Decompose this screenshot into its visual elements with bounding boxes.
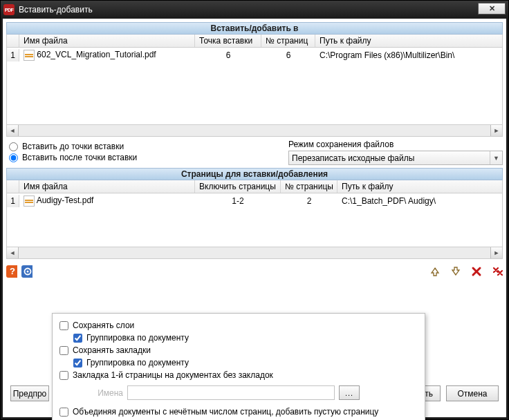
chk-first-page-bookmark[interactable]: Закладка 1-й страницы на документах без … (59, 369, 418, 381)
cell-path: C:\Program Files (x86)\Multilizer\Bin\ (315, 50, 502, 61)
names-browse-button[interactable]: ... (339, 385, 360, 400)
chevron-down-icon: ▼ (490, 151, 502, 164)
radio-insert-after[interactable]: Вставить после точки вставки (9, 152, 281, 163)
insert-position-group: Вставить до точки вставки Вставить после… (6, 140, 283, 165)
col-path[interactable]: Путь к файлу (315, 35, 502, 47)
cell-path: C:\1_Batch_PDF\ Audigy\ (337, 195, 502, 207)
cancel-button[interactable]: Отмена (446, 385, 499, 401)
pages-to-insert-header: Страницы для вставки/добавления (6, 168, 503, 180)
col-filename[interactable]: Имя файла (19, 35, 195, 47)
delete-icon[interactable] (471, 266, 482, 277)
close-button[interactable]: ✕ (478, 3, 506, 15)
row-number: 1 (7, 195, 19, 207)
help-icon[interactable]: ? (6, 266, 17, 277)
table-row[interactable]: 1 602_VCL_Migration_Tutorial.pdf 6 6 C:\… (7, 48, 502, 63)
close-icon: ✕ (489, 5, 495, 12)
table2-body[interactable]: 1 Audigy-Test.pdf 1-2 2 C:\1_Batch_PDF\ … (6, 193, 503, 247)
options-popup: Сохранять слои Группировка по документу … (52, 313, 425, 420)
save-mode-group: Режим сохранения файлов Перезаписать исх… (288, 140, 503, 165)
clear-all-icon[interactable] (492, 266, 503, 277)
table1-body[interactable]: 1 602_VCL_Migration_Tutorial.pdf 6 6 C:\… (6, 48, 503, 125)
app-icon: PDF (3, 4, 15, 15)
table2-header: Имя файла Включить страницы № страницы П… (6, 180, 503, 193)
col-filename[interactable]: Имя файла (19, 180, 195, 193)
svg-point-4 (27, 271, 29, 273)
col-page-number[interactable]: № страницы (281, 180, 337, 193)
move-up-icon[interactable] (429, 266, 441, 277)
window-title: Вставить-добавить (19, 5, 93, 15)
col-page-count[interactable]: № страниц (261, 35, 315, 47)
pdf-file-icon (24, 195, 35, 207)
cell-insert-point: 6 (195, 50, 261, 61)
scroll-left-icon[interactable]: ◄ (7, 247, 19, 258)
cell-page-count: 6 (261, 50, 315, 61)
table-row[interactable]: 1 Audigy-Test.pdf 1-2 2 C:\1_Batch_PDF\ … (7, 193, 502, 209)
chk-pad-odd-pages[interactable]: Объединяя документы с нечётным числом ст… (59, 405, 418, 418)
table2-hscroll[interactable]: ◄ ► (6, 247, 503, 259)
dialog-window: PDF Вставить-добавить ✕ Вставить/добавит… (0, 0, 509, 420)
names-label: Имена (90, 388, 123, 398)
row-number: 1 (7, 49, 19, 61)
preview-button[interactable]: Предпро (10, 385, 49, 401)
scroll-left-icon[interactable]: ◄ (7, 125, 19, 136)
pdf-file-icon (24, 50, 35, 61)
cell-include-pages: 1-2 (195, 195, 281, 207)
move-down-icon[interactable] (450, 266, 461, 277)
col-insert-point[interactable]: Точка вставки (195, 35, 261, 47)
cell-filename: Audigy-Test.pdf (37, 195, 94, 205)
table1-hscroll[interactable]: ◄ ► (6, 125, 503, 137)
chk-keep-bookmarks[interactable]: Сохранять закладки (59, 344, 418, 356)
names-row: Имена ... (90, 385, 418, 400)
chk-group-by-doc-layers[interactable]: Группировка по документу (73, 332, 418, 344)
bottom-toolbar: ? (6, 263, 503, 280)
title-bar[interactable]: PDF Вставить-добавить ✕ (1, 1, 508, 19)
save-mode-combo[interactable]: Перезаписать исходные файлы ▼ (288, 151, 503, 165)
cell-filename: 602_VCL_Migration_Tutorial.pdf (37, 50, 156, 59)
cell-page-number: 2 (281, 195, 337, 207)
svg-text:?: ? (10, 266, 15, 276)
chk-group-by-doc-bookmarks[interactable]: Группировка по документу (73, 356, 418, 369)
col-include-pages[interactable]: Включить страницы (195, 180, 281, 193)
table1-header: Имя файла Точка вставки № страниц Путь к… (6, 35, 503, 48)
insert-options-row: Вставить до точки вставки Вставить после… (6, 140, 503, 165)
radio-input[interactable] (9, 142, 18, 151)
radio-insert-before[interactable]: Вставить до точки вставки (9, 141, 281, 152)
col-path[interactable]: Путь к файлу (337, 180, 502, 193)
chk-keep-layers[interactable]: Сохранять слои (59, 319, 418, 332)
gear-icon[interactable] (21, 266, 33, 277)
insert-into-header: Вставить/добавить в (6, 22, 503, 35)
save-mode-label: Режим сохранения файлов (288, 140, 503, 149)
radio-input[interactable] (9, 153, 18, 162)
scroll-right-icon[interactable]: ► (490, 125, 502, 136)
scroll-right-icon[interactable]: ► (490, 247, 502, 258)
names-input[interactable] (127, 385, 335, 400)
